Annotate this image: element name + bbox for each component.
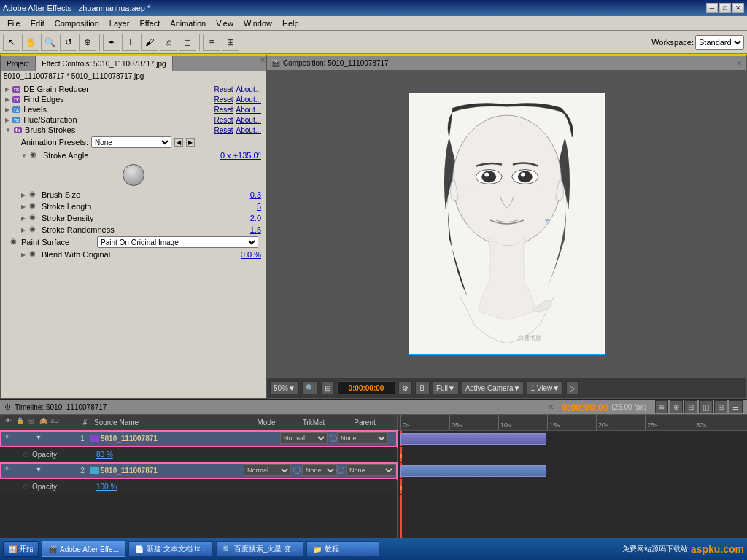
misc-btn1[interactable]: ⚙ [398,381,412,394]
taskbar-browser[interactable]: 🔍 百度搜索_火星 变... [216,541,304,557]
menu-layer[interactable]: Layer [105,18,134,28]
stroke-density-value[interactable]: 2.0 [250,214,261,222]
camera-select[interactable]: Active Camera ▼ [462,381,524,394]
taskbar-notepad[interactable]: 📄 新建 文本文档 tx... [128,541,213,557]
stroke-angle-dial[interactable] [123,164,144,186]
expand-icon[interactable]: ▶ [5,96,9,103]
eye-icon[interactable]: ◉ [27,213,37,223]
zoom-select[interactable]: 50% ▼ [270,381,299,394]
tool-zoom[interactable]: 🔍 [41,34,58,51]
tl-close-icon[interactable]: ✕ [548,403,554,411]
layer1-eye[interactable]: 👁 [1,433,12,443]
grid-btn[interactable]: ⊞ [321,381,334,394]
stroke-randomness-expand[interactable]: ▶ [21,227,26,233]
menu-composition[interactable]: Composition [50,18,104,28]
layer1-mode[interactable]: Normal [280,432,330,444]
tool-shape[interactable]: ◻ [179,34,196,51]
workspace-select[interactable]: Standard [695,35,744,50]
tl-btn1[interactable]: ≋ [655,400,668,413]
render-btn[interactable]: ▷ [566,381,579,394]
about-hue-sat[interactable]: About... [236,116,261,124]
expand-icon[interactable]: ▶ [5,117,9,123]
layer2-opacity-value[interactable]: 100 % [89,483,117,491]
layer1-parent-select[interactable]: None [337,432,388,444]
reset-levels[interactable]: Reset [214,106,233,114]
about-find-edges[interactable]: About... [236,96,261,104]
layer2-eye[interactable]: 👁 [1,465,12,475]
layer1-solo[interactable] [23,433,34,443]
about-de-grain[interactable]: About... [236,85,261,93]
fit-btn[interactable]: 🔍 [302,381,318,394]
tl-btn2[interactable]: ⊕ [670,400,683,413]
about-brush-strokes[interactable]: About... [236,126,261,134]
tool-pen[interactable]: ✒ [103,34,120,51]
expand-icon[interactable]: ▶ [5,106,9,113]
tab-project[interactable]: Project [1,56,36,71]
layer2-expand[interactable]: ▼ [34,466,43,475]
layer1-lock[interactable] [12,433,23,443]
layer1-expand[interactable]: ▼ [34,434,43,443]
minimize-button[interactable]: ─ [706,3,718,13]
brush-size-value[interactable]: 0.3 [250,190,261,199]
maximize-button[interactable]: □ [719,3,731,13]
tool-text[interactable]: T [122,34,139,51]
menu-help[interactable]: Help [278,18,303,28]
col-3d-icon[interactable]: 3D [50,417,60,427]
blend-expand[interactable]: ▶ [21,252,26,258]
menu-view[interactable]: View [212,18,238,28]
layer2-trkmat-select[interactable]: None [302,464,337,476]
close-button[interactable]: ✕ [732,3,744,13]
track-2-block[interactable] [400,465,546,477]
tl-btn4[interactable]: ◫ [699,400,713,413]
timeline-tracks[interactable] [398,431,747,538]
menu-animation[interactable]: Animation [166,18,210,28]
stroke-angle-expand[interactable]: ▼ [21,152,27,159]
menu-file[interactable]: File [3,18,25,28]
layer2-solo[interactable] [23,465,34,475]
eye-icon[interactable]: ◉ [27,201,37,211]
stroke-length-expand[interactable]: ▶ [21,203,26,210]
preset-prev[interactable]: ◀ [174,138,183,147]
blend-original-value[interactable]: 0.0 % [241,250,261,259]
start-button[interactable]: 🪟 开始 [3,541,39,557]
comp-close-icon[interactable]: ✕ [736,59,742,67]
reset-find-edges[interactable]: Reset [214,96,233,104]
tool-select[interactable]: ↖ [3,34,20,51]
stroke-angle-value[interactable]: 0 x +135.0° [220,151,261,160]
stroke-randomness-value[interactable]: 1.5 [250,225,261,234]
tl-btn6[interactable]: ☰ [729,400,743,413]
col-eye-icon[interactable]: 👁 [3,417,13,427]
brush-size-expand[interactable]: ▶ [21,192,26,198]
eye-icon[interactable]: ◉ [28,150,39,160]
layer2-mode[interactable]: Normal [244,464,293,476]
tool-pan[interactable]: ⊕ [79,34,96,51]
quality-select[interactable]: Full ▼ [433,381,459,394]
tool-clone[interactable]: ⎌ [160,34,177,51]
misc-btn2[interactable]: 🎚 [415,381,430,394]
layer1-opacity-value[interactable]: 80 % [89,451,113,459]
presets-select[interactable]: None [91,136,171,148]
tl-btn5[interactable]: ⊞ [714,400,727,413]
menu-window[interactable]: Window [239,18,276,28]
layer2-parent-select[interactable]: None [346,464,395,476]
tool-hand[interactable]: ✋ [22,34,39,51]
tool-rotate[interactable]: ↺ [60,34,77,51]
reset-de-grain[interactable]: Reset [214,85,233,93]
layer2-lock[interactable] [12,465,23,475]
col-lock-icon[interactable]: 🔒 [15,417,25,427]
stroke-density-expand[interactable]: ▶ [21,215,26,222]
layer2-mode-select[interactable]: Normal [244,464,291,476]
menu-edit[interactable]: Edit [26,18,49,28]
tab-effect-controls[interactable]: Effect Controls: 5010_1110078717.jpg [36,56,173,71]
tool-brush[interactable]: 🖌 [141,34,158,51]
menu-effect[interactable]: Effect [135,18,164,28]
paint-surface-select[interactable]: Paint On Original Image [97,236,258,248]
eye-icon[interactable]: ◉ [27,190,37,200]
col-shy-icon[interactable]: 🙈 [38,417,48,427]
close-icon[interactable]: ✕ [260,56,266,71]
col-solo-icon[interactable]: ◎ [26,417,36,427]
eye-icon[interactable]: ◉ [27,225,37,235]
tool-extra2[interactable]: ⊞ [222,34,239,51]
tl-btn3[interactable]: ⊟ [684,400,697,413]
view-select[interactable]: 1 View ▼ [527,381,563,394]
